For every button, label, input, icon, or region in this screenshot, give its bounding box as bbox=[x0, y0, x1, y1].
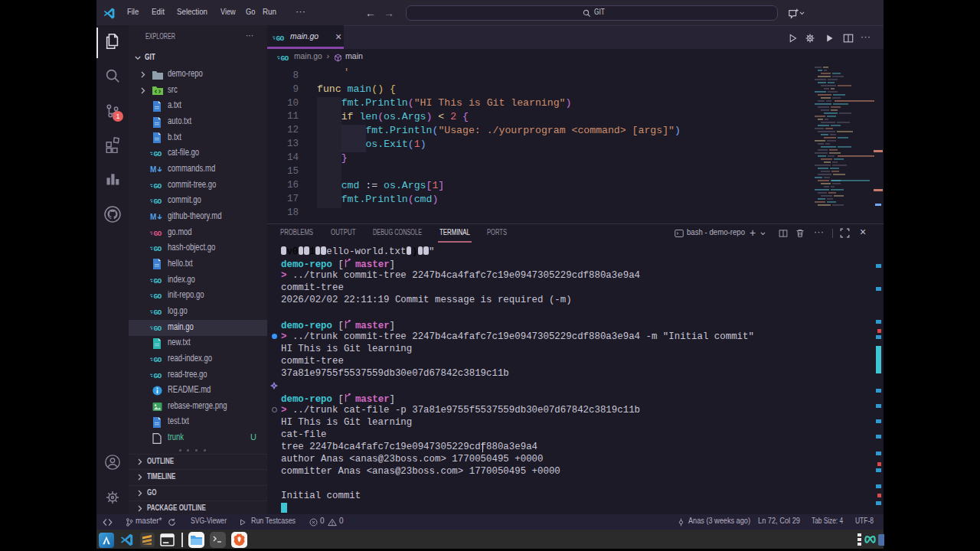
svg-text:GO: GO bbox=[154, 308, 162, 316]
svg-text:GO: GO bbox=[281, 54, 289, 62]
svg-text:M: M bbox=[150, 213, 156, 221]
svg-text:GO: GO bbox=[154, 292, 162, 300]
svg-text:GO: GO bbox=[154, 182, 162, 190]
svg-text:GO: GO bbox=[154, 150, 162, 158]
svg-text:GO: GO bbox=[154, 197, 162, 205]
svg-text:GO: GO bbox=[154, 245, 162, 253]
svg-text:M: M bbox=[150, 165, 156, 174]
svg-text:GO: GO bbox=[154, 230, 162, 237]
svg-text:GO: GO bbox=[154, 277, 162, 285]
svg-text:GO: GO bbox=[154, 324, 162, 332]
svg-text:GO: GO bbox=[276, 34, 285, 42]
svg-text:GO: GO bbox=[154, 356, 162, 364]
svg-text:GO: GO bbox=[154, 372, 162, 380]
